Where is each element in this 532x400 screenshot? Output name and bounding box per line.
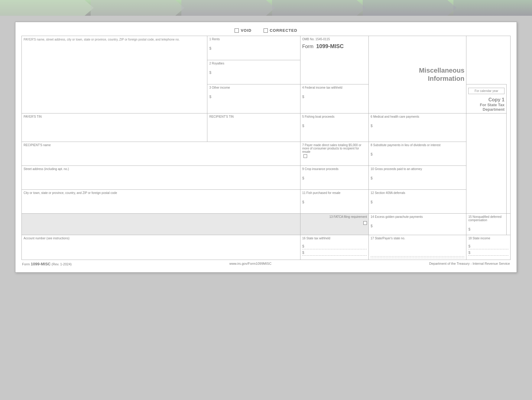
form-number-prefix: Form <box>302 44 313 49</box>
box9-label: 9 Crop insurance proceeds <box>302 167 367 171</box>
footer-rev: (Rev. 1-2024) <box>52 262 72 266</box>
box15-dollar: $ <box>468 227 504 231</box>
recipient-tin-label: RECIPIENT'S TIN <box>209 115 298 118</box>
recipient-tin-cell: RECIPIENT'S TIN <box>207 113 300 142</box>
box17-cell: 17 State/Payer's state no. <box>369 235 466 260</box>
box14-label: 14 Excess golden parachute payments <box>371 215 464 218</box>
row-7: City or town, state or province, country… <box>22 190 511 214</box>
row-8: 13 FATCA filing requirement 14 Excess go… <box>22 214 511 235</box>
box12-cell: 12 Section 409A deferrals $ <box>369 190 466 214</box>
box5-label: 5 Fishing boat proceeds <box>302 115 367 118</box>
copy-label: Copy 1 <box>468 97 504 103</box>
box2-dollar: $ <box>209 70 298 75</box>
box16-dollar1: $ <box>302 244 367 248</box>
box6-dollar: $ <box>371 124 464 128</box>
street-address-label: Street address (including apt. no.) <box>24 167 298 171</box>
svg-marker-3 <box>181 0 275 16</box>
box12-label: 12 Section 409A deferrals <box>371 191 464 195</box>
recipient-name-cell: RECIPIENT'S name <box>22 142 300 166</box>
box11-label: 11 Fish purchased for resale <box>302 191 367 195</box>
box18-dollar2: $ <box>468 251 508 255</box>
box8-dollar: $ <box>371 152 464 156</box>
box9-dollar: $ <box>302 176 367 180</box>
box15-label: 15 Nonqualified deferred compensation <box>468 215 504 222</box>
misc-info-line2: Information <box>371 75 464 83</box>
box10-dollar: $ <box>371 176 464 180</box>
copy-sublabel2: Department <box>468 107 504 112</box>
form-footer: Form 1099-MISC (Rev. 1-2024) www.irs.gov… <box>21 262 511 266</box>
footer-form-word: Form <box>22 262 30 266</box>
right-empty-cell <box>466 113 507 214</box>
city-label: City or town, state or province, country… <box>24 191 298 195</box>
form-number-display: Form 1099-MISC <box>302 44 344 49</box>
box3-cell: 3 Other income $ <box>207 84 300 113</box>
box18-dollar1: $ <box>468 244 508 248</box>
box7-label: 7 Payer made direct sales totaling $5,00… <box>302 143 367 153</box>
box8-cell: 8 Substitute payments in lieu of dividen… <box>369 142 466 166</box>
box4-dollar: $ <box>302 95 367 99</box>
corrected-label: CORRECTED <box>270 28 297 33</box>
footer-url: www.irs.gov/Form1099MISC <box>229 262 271 265</box>
misc-info-title: Miscellaneous Information <box>371 67 464 83</box>
footer-left: Form 1099-MISC (Rev. 1-2024) <box>22 262 72 266</box>
box5-dollar: $ <box>302 124 367 128</box>
box1-label: 1 Rents <box>209 38 298 41</box>
box3-dollar: $ <box>209 95 298 99</box>
row-4: PAYER'S TIN RECIPIENT'S TIN 5 Fishing bo… <box>22 113 511 142</box>
box2-cell: 2 Royalties $ <box>207 60 300 84</box>
corrected-checkbox-label: CORRECTED <box>264 28 297 33</box>
box16-dollar2: $ <box>302 251 367 255</box>
void-checkbox[interactable] <box>235 28 239 33</box>
copy-sublabel1: For State Tax <box>468 103 504 107</box>
box13-checkbox[interactable] <box>363 221 367 225</box>
misc-info-line1: Miscellaneous <box>371 67 464 74</box>
svg-marker-2 <box>91 0 184 16</box>
box14-cell: 14 Excess golden parachute payments $ <box>369 214 466 235</box>
box8-label: 8 Substitute payments in lieu of dividen… <box>371 143 464 147</box>
top-banner <box>0 0 532 16</box>
void-corrected-row: VOID CORRECTED <box>21 28 511 33</box>
svg-marker-4 <box>272 0 366 16</box>
box14-dollar: $ <box>371 224 464 228</box>
box4-label: 4 Federal income tax withheld <box>302 86 367 89</box>
form-1099-misc: VOID CORRECTED PAYER'S name, street addr… <box>15 22 517 273</box>
row-9: Account number (see instructions) 16 Sta… <box>22 235 511 260</box>
account-number-cell: Account number (see instructions) <box>22 235 300 260</box>
row-5: RECIPIENT'S name 7 Payer made direct sal… <box>22 142 511 166</box>
svg-marker-6 <box>453 0 532 16</box>
account-number-label: Account number (see instructions) <box>24 237 298 240</box>
payer-info-cell: PAYER'S name, street address, city or to… <box>22 36 207 113</box>
void-label: VOID <box>241 28 251 33</box>
box9-cell: 9 Crop insurance proceeds $ <box>300 166 368 190</box>
omb-cell: OMB No. 1545-0115 Form 1099-MISC <box>300 36 368 84</box>
svg-marker-5 <box>363 0 456 16</box>
box7-checkbox[interactable] <box>303 154 307 158</box>
box16-label: 16 State tax withheld <box>302 237 367 240</box>
corrected-checkbox[interactable] <box>264 28 268 33</box>
box6-label: 6 Medical and health care payments <box>371 115 464 118</box>
box7-cell: 7 Payer made direct sales totaling $5,00… <box>300 142 368 166</box>
box11-cell: 11 Fish purchased for resale $ <box>300 190 368 214</box>
footer-form-number: 1099-MISC <box>31 262 51 266</box>
void-checkbox-label: VOID <box>235 28 251 33</box>
box4-cell: 4 Federal income tax withheld $ <box>300 84 368 113</box>
for-calendar-year: For calendar year <box>468 88 504 94</box>
box13-cell: 13 FATCA filing requirement <box>300 214 368 235</box>
box3-label: 3 Other income <box>209 86 298 89</box>
box16-cell: 16 State tax withheld $ $ <box>300 235 368 260</box>
form-table: PAYER'S name, street address, city or to… <box>21 36 511 260</box>
footer-dept: Department of the Treasury - Internal Re… <box>429 262 510 265</box>
box12-dollar: $ <box>371 200 464 204</box>
box2-label: 2 Royalties <box>209 62 298 65</box>
form-number-value: 1099-MISC <box>316 43 344 49</box>
box17-label: 17 State/Payer's state no. <box>371 237 464 240</box>
gray-left-cell <box>22 214 300 235</box>
box10-cell: 10 Gross proceeds paid to an attorney $ <box>369 166 466 190</box>
payer-tin-cell: PAYER'S TIN <box>22 113 207 142</box>
payer-field-label: PAYER'S name, street address, city or to… <box>24 38 180 41</box>
box11-dollar: $ <box>302 200 367 204</box>
box15-cell: 15 Nonqualified deferred compensation $ <box>466 214 507 235</box>
box18-cell: 18 State income $ $ <box>466 235 511 260</box>
svg-marker-1 <box>0 0 94 16</box>
recipient-name-label: RECIPIENT'S name <box>24 143 298 147</box>
